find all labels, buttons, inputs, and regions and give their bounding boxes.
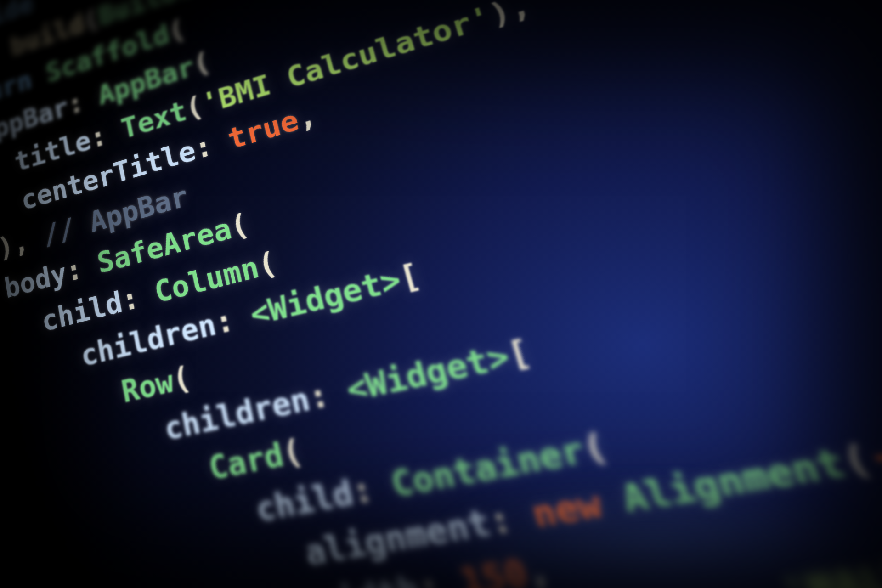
token-pn: :: [63, 248, 101, 288]
token-pn: ),: [0, 220, 46, 264]
code-block: @overrideWidget build(BuildContext conte…: [0, 0, 882, 588]
screen-photo: @overrideWidget build(BuildContext conte…: [0, 0, 882, 588]
token-ty: Card: [206, 435, 288, 487]
token-pn: :: [65, 81, 102, 120]
token-nu: new: [527, 482, 607, 536]
token-pn: :: [88, 114, 125, 154]
token-ty: Row: [119, 363, 176, 409]
token-nu: 150: [456, 552, 533, 588]
